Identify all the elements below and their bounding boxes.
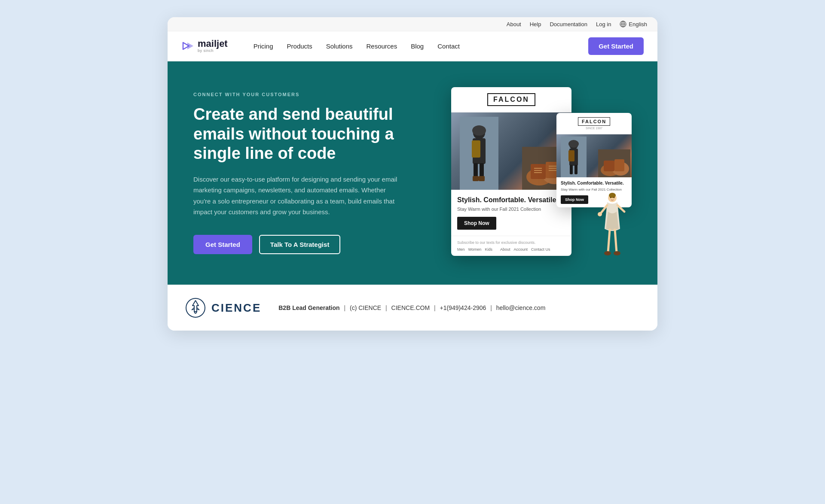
footer-link-men: Men xyxy=(457,247,465,252)
logo-link[interactable]: mailjet by sinch xyxy=(181,39,228,53)
svg-point-42 xyxy=(598,212,602,216)
svg-point-39 xyxy=(609,193,616,198)
nav-products[interactable]: Products xyxy=(287,43,312,50)
svg-rect-12 xyxy=(480,163,484,178)
footer-link-women: Women xyxy=(468,247,482,252)
footer-divider-2: | xyxy=(385,304,387,311)
footer-phone: +1(949)424-2906 xyxy=(440,304,486,311)
footer-link-contact: Contact Us xyxy=(531,247,550,252)
footer-copyright: (c) CIENCE xyxy=(350,304,381,311)
svg-rect-14 xyxy=(479,176,485,181)
svg-line-40 xyxy=(600,205,607,214)
footer-website: CIENCE.COM xyxy=(391,304,430,311)
nav-contact[interactable]: Contact xyxy=(437,43,460,50)
person-small-illustration xyxy=(561,137,587,177)
svg-rect-31 xyxy=(570,165,573,174)
svg-point-9 xyxy=(472,125,486,136)
login-link[interactable]: Log in xyxy=(596,21,611,27)
email-product-image xyxy=(451,112,571,190)
nav-pricing[interactable]: Pricing xyxy=(254,43,273,50)
footer-link-kids: Kids xyxy=(485,247,492,252)
svg-line-43 xyxy=(608,230,610,252)
svg-point-46 xyxy=(614,251,620,255)
email-card-main: FALCON xyxy=(451,87,571,256)
svg-rect-30 xyxy=(568,150,574,161)
hero-email-mockups: FALCON xyxy=(451,87,632,259)
svg-rect-32 xyxy=(574,165,578,174)
shop-now-button[interactable]: Shop Now xyxy=(457,217,496,230)
falcon-brand-small: FALCON xyxy=(578,117,610,126)
footer-info: B2B Lead Generation | (c) CIENCE | CIENC… xyxy=(278,304,545,311)
hero-get-started-button[interactable]: Get Started xyxy=(193,235,252,254)
svg-point-29 xyxy=(568,140,579,148)
email-product-title: Stylish. Comfortable. Versatile. xyxy=(457,196,565,204)
main-nav: mailjet by sinch Pricing Products Soluti… xyxy=(168,31,657,61)
email-card-secondary-header: FALCON SINCE 1987 xyxy=(556,113,632,134)
footer-divider-3: | xyxy=(434,304,436,311)
email-card-secondary-image xyxy=(556,134,632,177)
language-label: English xyxy=(629,21,647,27)
svg-line-44 xyxy=(615,230,617,252)
documentation-link[interactable]: Documentation xyxy=(550,21,587,27)
logo-text: mailjet by sinch xyxy=(198,39,228,53)
svg-rect-36 xyxy=(604,161,614,171)
about-link[interactable]: About xyxy=(507,21,521,27)
character-illustration xyxy=(595,190,629,259)
browser-frame: About Help Documentation Log in English … xyxy=(168,17,657,331)
hero-description: Discover our easy-to-use platform for de… xyxy=(193,174,400,218)
footer-bar: CIENCE B2B Lead Generation | (c) CIENCE … xyxy=(168,285,657,331)
email-footer-links: Men Women Kids About Account Contact Us xyxy=(457,247,565,252)
svg-rect-18 xyxy=(531,164,546,179)
svg-point-45 xyxy=(604,251,611,255)
svg-rect-10 xyxy=(472,140,480,158)
boots-small-illustration xyxy=(598,149,630,177)
svg-rect-13 xyxy=(473,176,479,181)
cience-icon xyxy=(185,297,206,319)
svg-rect-11 xyxy=(474,163,478,178)
falcon-brand-main: FALCON xyxy=(487,93,535,106)
nav-get-started-button[interactable]: Get Started xyxy=(588,37,644,55)
nav-solutions[interactable]: Solutions xyxy=(326,43,353,50)
logo-sub-text: by sinch xyxy=(198,49,228,53)
hero-buttons: Get Started Talk To A Strategist xyxy=(193,235,400,254)
falcon-tagline: SINCE 1987 xyxy=(561,127,627,130)
hero-eyebrow: CONNECT WITH YOUR CUSTOMERS xyxy=(193,92,400,97)
email-card-body: Stylish. Comfortable. Versatile. Stay Wa… xyxy=(451,190,571,236)
logo-main-text: mailjet xyxy=(198,39,228,49)
svg-rect-37 xyxy=(614,159,624,171)
hero-content: CONNECT WITH YOUR CUSTOMERS Create and s… xyxy=(193,92,400,254)
email-card-footer: Subscribe to our texts for exclusive dis… xyxy=(451,236,571,256)
nav-resources[interactable]: Resources xyxy=(366,43,397,50)
hero-talk-strategist-button[interactable]: Talk To A Strategist xyxy=(259,235,341,254)
footer-link-account: Account xyxy=(513,247,528,252)
cience-logo[interactable]: CIENCE xyxy=(185,297,261,319)
footer-divider-4: | xyxy=(490,304,492,311)
footer-link-about: About xyxy=(500,247,510,252)
help-link[interactable]: Help xyxy=(530,21,541,27)
hero-title: Create and send beautiful emails without… xyxy=(193,105,400,164)
globe-icon xyxy=(620,21,626,27)
svg-marker-5 xyxy=(187,43,193,49)
cience-name: CIENCE xyxy=(211,301,261,315)
email-card-header: FALCON xyxy=(451,87,571,112)
footer-tagline: B2B Lead Generation xyxy=(278,304,339,311)
language-selector[interactable]: English xyxy=(620,21,647,27)
footer-divider-1: | xyxy=(344,304,346,311)
person-backpack-illustration xyxy=(460,117,498,190)
email-product-title-small: Stylish. Comfortable. Versatile. xyxy=(561,181,627,186)
hero-section: CONNECT WITH YOUR CUSTOMERS Create and s… xyxy=(168,61,657,285)
svg-point-47 xyxy=(610,197,611,198)
email-subscribe-text: Subscribe to our texts for exclusive dis… xyxy=(457,240,565,245)
nav-links: Pricing Products Solutions Resources Blo… xyxy=(254,43,588,50)
nav-blog[interactable]: Blog xyxy=(411,43,424,50)
utility-bar: About Help Documentation Log in English xyxy=(168,17,657,31)
svg-point-48 xyxy=(614,197,615,198)
footer-email: hello@cience.com xyxy=(496,304,546,311)
email-product-subtitle: Stay Warm with our Fall 2021 Collection xyxy=(457,206,565,212)
svg-line-41 xyxy=(617,205,624,212)
shop-now-button-small[interactable]: Shop Now xyxy=(561,195,588,204)
mailjet-logo-icon xyxy=(181,39,195,53)
